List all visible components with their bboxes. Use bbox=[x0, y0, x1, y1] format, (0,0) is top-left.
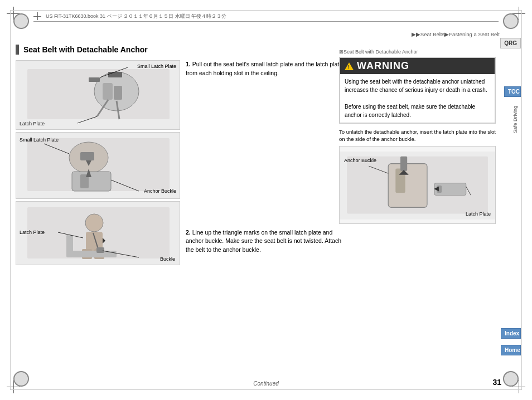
svg-rect-16 bbox=[72, 172, 111, 191]
image-ceiling: Small Latch Plate Latch Plate bbox=[16, 60, 180, 130]
breadcrumb: ▶▶Seat Belts▶Fastening a Seat Belt bbox=[412, 31, 500, 37]
page-number: 31 bbox=[492, 378, 501, 387]
meta-crosshair bbox=[33, 12, 41, 20]
label-latch-plate-2: Latch Plate bbox=[20, 230, 45, 235]
label-buckle: Buckle bbox=[160, 256, 175, 262]
section-title: Seat Belt with Detachable Anchor bbox=[23, 45, 148, 54]
warning-body-2: Before using the seat belt, make sure th… bbox=[345, 103, 490, 119]
step-1-number: 1. bbox=[186, 61, 191, 67]
warning-body-1: Using the seat belt with the detachable … bbox=[345, 77, 490, 94]
svg-rect-4 bbox=[114, 86, 122, 100]
label-latch-plate-right: Latch Plate bbox=[466, 211, 491, 217]
step-1-text: Pull out the seat belt's small latch pla… bbox=[186, 61, 342, 76]
tab-home[interactable]: Home bbox=[501, 345, 521, 355]
warning-title: WARNING bbox=[357, 60, 409, 72]
svg-rect-36 bbox=[388, 163, 427, 207]
warning-triangle-icon bbox=[345, 62, 354, 70]
section-title-bar bbox=[16, 45, 19, 55]
label-small-latch-plate-2: Small Latch Plate bbox=[20, 137, 59, 143]
image-person-seat: Latch Plate Buckle bbox=[16, 201, 180, 265]
step-1: 1. Pull out the seat belt's small latch … bbox=[186, 60, 350, 78]
home-label: Home bbox=[505, 347, 520, 353]
svg-rect-38 bbox=[400, 156, 407, 170]
warning-body: Using the seat belt with the detachable … bbox=[340, 74, 495, 123]
svg-point-23 bbox=[85, 214, 103, 232]
tab-index[interactable]: Index bbox=[501, 328, 521, 339]
label-small-latch-plate-1: Small Latch Plate bbox=[137, 64, 176, 69]
safe-driving-label: Safe Driving bbox=[512, 106, 518, 133]
tab-toc[interactable]: TOC bbox=[504, 86, 521, 97]
step-2: 2. Line up the triangle marks on the sma… bbox=[186, 228, 350, 255]
tab-qrg[interactable]: QRG bbox=[500, 38, 521, 48]
svg-rect-7 bbox=[89, 77, 100, 82]
ceiling-svg bbox=[16, 61, 180, 130]
anchor-image-box: Anchor Buckle Latch Plate bbox=[339, 146, 496, 224]
step-2-number: 2. bbox=[186, 229, 191, 236]
label-anchor-buckle: Anchor Buckle bbox=[144, 188, 176, 194]
label-latch-plate-1: Latch Plate bbox=[20, 121, 45, 126]
svg-rect-30 bbox=[96, 247, 104, 253]
toc-label: TOC bbox=[508, 89, 520, 95]
label-anchor-buckle-right: Anchor Buckle bbox=[344, 158, 376, 163]
svg-rect-8 bbox=[108, 72, 122, 77]
steps-column: 1. Pull out the seat belt's small latch … bbox=[186, 60, 331, 320]
page-metadata: US FIT-31TK6630.book 31 ページ ２０１１年６月１５日 水… bbox=[33, 12, 499, 22]
warning-box: WARNING Using the seat belt with the det… bbox=[339, 57, 496, 124]
continued-text: Continued bbox=[253, 381, 279, 387]
qrg-label: QRG bbox=[504, 40, 517, 46]
svg-rect-3 bbox=[103, 83, 113, 100]
metadata-text: US FIT-31TK6630.book 31 ページ ２０１１年６月１５日 水… bbox=[46, 13, 226, 20]
index-label: Index bbox=[505, 330, 519, 336]
main-content: Seat Belt with Detachable Anchor bbox=[16, 45, 499, 378]
left-column: Small Latch Plate Latch Plate bbox=[16, 60, 188, 265]
right-column: ⊠Seat Belt with Detachable Anchor WARNIN… bbox=[339, 49, 496, 378]
warning-header: WARNING bbox=[340, 58, 495, 74]
svg-rect-27 bbox=[72, 251, 117, 257]
svg-rect-14 bbox=[80, 152, 94, 160]
anchor-note: To unlatch the detachable anchor, insert… bbox=[339, 128, 496, 143]
image-anchor: Small Latch Plate Anchor Buckle bbox=[16, 132, 180, 199]
step-2-text: Line up the triangle marks on the small … bbox=[186, 229, 341, 253]
warning-section-label: ⊠Seat Belt with Detachable Anchor bbox=[339, 49, 496, 55]
svg-rect-28 bbox=[66, 235, 73, 257]
breadcrumb-text: ▶▶Seat Belts▶Fastening a Seat Belt bbox=[412, 31, 500, 37]
